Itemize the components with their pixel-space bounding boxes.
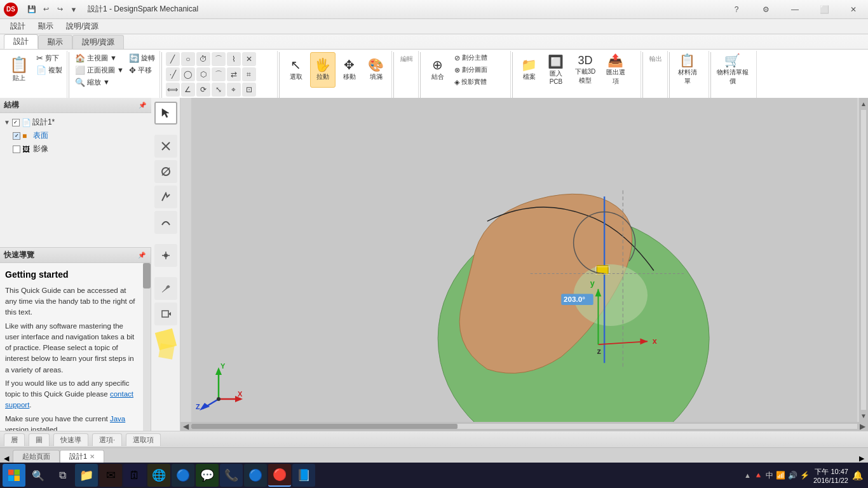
download-3d-btn[interactable]: 3D 下載3D模型	[570, 52, 600, 88]
status-tab-layer[interactable]: 層	[4, 433, 25, 446]
guide-pin-btn[interactable]: 📌	[137, 250, 147, 260]
design1-checkbox[interactable]: ✓	[12, 119, 20, 126]
settings-btn[interactable]: ⚙	[751, 0, 780, 19]
select-btn[interactable]: ↖ 選取	[283, 52, 309, 88]
task-view-btn[interactable]: ⧉	[51, 464, 74, 487]
tab-home[interactable]: 起始頁面	[13, 450, 60, 463]
sketch-rect-btn[interactable]: ⏱	[196, 52, 210, 66]
project-solid-btn[interactable]: ◈ 投影實體	[452, 76, 489, 88]
menu-design[interactable]: 設計	[4, 20, 32, 33]
v-scrollbar-track[interactable]	[861, 110, 866, 410]
sketch-circle-btn[interactable]: ○	[181, 52, 195, 66]
taskbar-ie[interactable]: 🔵	[172, 464, 194, 487]
fill-btn[interactable]: 🎨 填滿	[363, 52, 389, 88]
status-tab-quick-guide[interactable]: 快速導	[53, 433, 88, 446]
rotate-btn[interactable]: 🔄 旋轉	[127, 52, 157, 64]
save-btn[interactable]: 💾	[25, 3, 38, 16]
taskbar-skype[interactable]: 📞	[220, 464, 243, 487]
front-view-btn[interactable]: ⬜ 正面視圖 ▼	[73, 64, 126, 76]
tool-wrench-btn[interactable]	[154, 277, 177, 300]
tool-point-btn[interactable]	[154, 244, 177, 267]
h-scrollbar[interactable]: ◀ ▶	[180, 422, 868, 431]
h-scrollbar-track[interactable]	[191, 424, 857, 429]
select-tool-btn[interactable]	[154, 102, 177, 125]
sketch-angle-btn[interactable]: ∠	[181, 83, 195, 97]
sketch-spline-btn[interactable]: ⌇	[227, 52, 241, 66]
redo-btn[interactable]: ↪	[53, 3, 66, 16]
scrollbar-thumb[interactable]	[143, 263, 151, 288]
taskbar-explorer[interactable]: 📁	[75, 464, 98, 487]
structure-pin-btn[interactable]: 📌	[137, 100, 147, 111]
help-btn[interactable]: ?	[722, 0, 751, 19]
split-face-btn[interactable]: ⊗ 劃分圖面	[452, 64, 489, 76]
materials-list-btn[interactable]: 📋 材料清單	[674, 52, 702, 88]
import-pcb-btn[interactable]: 🔲 匯入PCB	[543, 52, 569, 88]
split-body-btn[interactable]: ⊘ 劃分主體	[452, 52, 489, 64]
sketch-arc-btn[interactable]: ⌒	[212, 52, 226, 66]
taskbar-mail[interactable]: ✉	[99, 464, 122, 487]
taskbar-dsm[interactable]: 🔴	[268, 464, 291, 487]
image-checkbox[interactable]	[13, 146, 20, 153]
bom-quote-btn[interactable]: 🛒 物料清單報價	[715, 52, 750, 88]
taskbar-edge2[interactable]: 🔵	[244, 464, 267, 487]
scroll-down-btn[interactable]: ▼	[860, 412, 867, 419]
zoom-btn[interactable]: 🔍 縮放 ▼	[73, 76, 126, 88]
java-link[interactable]: Java	[110, 415, 125, 423]
sketch-project-btn[interactable]: ⤡	[212, 83, 226, 97]
taskbar-fb[interactable]: 📘	[292, 464, 315, 487]
tool-arrow-btn[interactable]	[154, 186, 177, 208]
combine-btn[interactable]: ⊕ 結合	[424, 52, 451, 88]
minimize-btn[interactable]: —	[780, 0, 810, 19]
sketch-trim-btn[interactable]: ⌗	[242, 67, 256, 81]
copy-btn[interactable]: 📄 複製	[34, 64, 64, 76]
menu-help[interactable]: 說明/資源	[60, 20, 105, 33]
ribbon-tab-design[interactable]: 設計	[4, 34, 38, 49]
sketch-offset-btn[interactable]: ⟳	[196, 83, 210, 97]
tool-curve-btn[interactable]	[154, 211, 177, 234]
sketch-ellipse-btn[interactable]: ◯	[181, 67, 195, 81]
sketch-line-btn[interactable]: ╱	[166, 52, 180, 66]
tab-design1[interactable]: 設計1 ✕	[60, 450, 104, 463]
surface-checkbox[interactable]: ✓	[13, 132, 20, 140]
tool-circle-btn[interactable]	[154, 160, 177, 183]
tool-diagonal-btn[interactable]	[154, 135, 177, 158]
start-btn[interactable]	[3, 464, 25, 487]
sketch-equal-btn[interactable]: ⊡	[242, 83, 256, 97]
taskbar-calendar[interactable]: 🗓	[123, 464, 146, 487]
scroll-right-btn[interactable]: ▶	[860, 422, 865, 431]
tree-expand-icon[interactable]: ▼	[4, 119, 10, 126]
file-btn[interactable]: 📁 檔案	[517, 52, 542, 88]
sketch-mirror-btn[interactable]: ⇄	[227, 67, 241, 81]
tree-image[interactable]: 🖼 影像	[3, 142, 149, 156]
ribbon-tab-help[interactable]: 說明/資源	[72, 35, 124, 49]
dropdown-btn[interactable]: ▼	[67, 3, 80, 16]
export-options-btn[interactable]: 📤 匯出選項	[602, 52, 630, 88]
tool-next-btn[interactable]	[154, 302, 177, 325]
tab-nav-right[interactable]: ▶	[855, 454, 864, 463]
undo-btn[interactable]: ↩	[39, 3, 52, 16]
paste-btn[interactable]: 📋 貼上	[5, 52, 33, 88]
taskbar-edge[interactable]: 🌐	[147, 464, 170, 487]
tray-up-btn[interactable]: ▲	[744, 471, 751, 479]
taskbar-line[interactable]: 💬	[196, 464, 219, 487]
status-tab-diagram[interactable]: 圖	[29, 433, 50, 446]
v-scrollbar[interactable]: ▲ ▼	[859, 98, 868, 422]
sketch-relation-btn[interactable]: ⌖	[227, 83, 241, 97]
tab-design1-close[interactable]: ✕	[90, 453, 95, 460]
scroll-up-btn[interactable]: ▲	[860, 100, 867, 107]
close-btn[interactable]: ✕	[839, 0, 868, 19]
cut-btn[interactable]: ✂ 剪下	[34, 52, 64, 64]
move-btn[interactable]: ✥ 移動	[337, 52, 362, 88]
menu-display[interactable]: 顯示	[32, 20, 60, 33]
ribbon-tab-display[interactable]: 顯示	[38, 35, 72, 49]
sketch-text-btn[interactable]: ⌒	[212, 67, 226, 81]
search-taskbar-btn[interactable]: 🔍	[27, 464, 50, 487]
guide-scrollbar[interactable]	[143, 263, 151, 431]
sketch-dim-btn[interactable]: ⟺	[166, 83, 180, 97]
tree-design1[interactable]: ▼ ✓ 📄 設計1*	[3, 116, 149, 129]
status-tab-options[interactable]: 選項·	[92, 433, 122, 446]
tree-surface[interactable]: ✓ ■ 表面	[3, 129, 149, 142]
pan-btn[interactable]: ✥ 平移	[127, 64, 157, 76]
h-scrollbar-thumb[interactable]	[191, 424, 458, 429]
notification-btn[interactable]: 🔔	[852, 470, 863, 480]
